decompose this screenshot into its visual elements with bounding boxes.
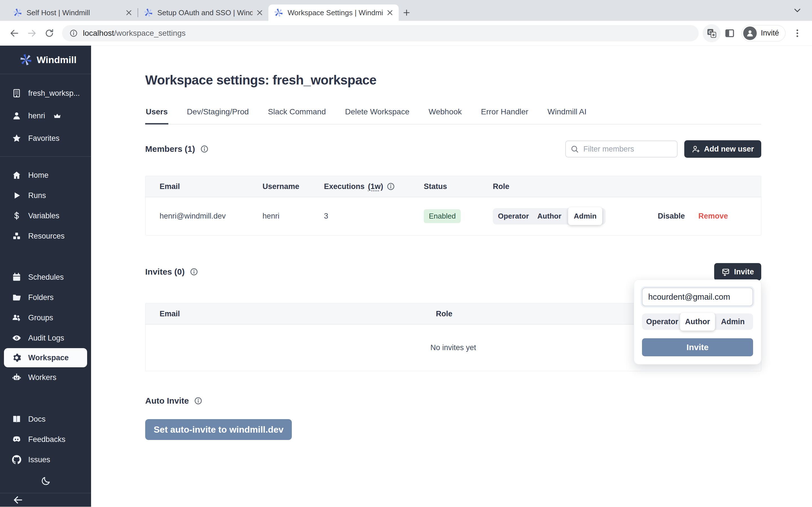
address-bar[interactable]: localhost/workspace_settings [62,25,699,41]
theme-toggle[interactable] [38,474,53,489]
column-header: Email [146,182,262,191]
sidebar-item-workers[interactable]: Workers [0,367,91,388]
sidebar-item-runs[interactable]: Runs [0,185,91,206]
browser-tab[interactable]: Self Host | Windmill [7,4,138,21]
cell-actions: DisableRemove [658,212,761,221]
sidebar: Windmill fresh_worksp...henriFavorites H… [0,46,91,507]
tab-slack-command[interactable]: Slack Command [267,103,326,124]
role-option-author[interactable]: Author [538,212,561,221]
tab-users[interactable]: Users [145,103,168,124]
close-icon[interactable] [386,8,394,17]
column-header: Email [146,309,436,318]
tab-title: Setup OAuth and SSO | Windmi [157,8,253,17]
tab-search-button[interactable] [792,5,802,15]
chevron-down-icon [792,5,802,15]
back-button[interactable] [6,24,23,42]
sidebar-item-docs[interactable]: Docs [0,409,91,429]
sidebar-item-label: fresh_worksp... [28,89,80,98]
browser-menu-button[interactable] [788,24,806,42]
invite-submit-button[interactable]: Invite [642,338,753,356]
members-info-icon[interactable] [200,145,209,153]
building-icon [12,89,21,98]
browser-tab-strip: Self Host | WindmillSetup OAuth and SSO … [0,0,812,21]
close-icon[interactable] [255,8,264,17]
sidebar-item-henri[interactable]: henri [0,105,91,127]
new-tab-button[interactable] [399,4,414,21]
tab-dev-staging-prod[interactable]: Dev/Staging/Prod [186,103,249,124]
invites-heading: Invites (0) [145,267,185,277]
column-header: Status [424,182,493,191]
invite-role-segmented: OperatorAuthorAdmin [642,314,753,330]
executions-info-icon[interactable] [387,182,395,191]
invite-button[interactable]: Invite [714,263,761,281]
sidebar-item-folders[interactable]: Folders [0,287,91,307]
sidebar-item-groups[interactable]: Groups [0,307,91,328]
invites-info-icon[interactable] [190,268,198,276]
folder-icon [12,293,21,302]
cell-email: henri@windmill.dev [146,212,262,221]
invite-email-input[interactable] [642,288,753,306]
browser-tab[interactable]: Workspace Settings | Windmill [268,4,399,21]
remove-button[interactable]: Remove [698,212,728,221]
tab-error-handler[interactable]: Error Handler [480,103,529,124]
windmill-favicon [144,8,153,17]
sidebar-item-favorites[interactable]: Favorites [0,127,91,150]
book-icon [12,414,21,424]
column-header: Username [262,182,324,191]
avatar [743,26,757,40]
add-new-user-button[interactable]: Add new user [684,140,761,158]
members-table: EmailUsernameExecutions (1w)StatusRole h… [145,176,761,235]
role-option-admin[interactable]: Admin [568,207,602,225]
forward-button[interactable] [23,24,41,42]
sidebar-item-resources[interactable]: Resources [0,226,91,246]
popup-role-option-author[interactable]: Author [680,313,715,331]
sidebar-item-audit-logs[interactable]: Audit Logs [0,328,91,348]
add-new-user-label: Add new user [704,145,754,154]
sidebar-item-variables[interactable]: Variables [0,206,91,226]
set-auto-invite-button[interactable]: Set auto-invite to windmill.dev [145,419,292,440]
popup-role-option-admin[interactable]: Admin [716,318,750,326]
robot-icon [12,373,21,382]
translate-icon: G✱ [707,28,717,38]
url-path: /workspace_settings [114,29,186,38]
sidebar-item-label: henri [28,112,45,120]
collapse-sidebar-button[interactable] [12,494,24,506]
tab-title: Workspace Settings | Windmill [288,8,383,17]
tab-delete-workspace[interactable]: Delete Workspace [345,103,410,124]
popup-role-option-operator[interactable]: Operator [645,318,679,326]
close-icon[interactable] [124,8,133,17]
sidebar-item-label: Resources [28,232,64,240]
user-plus-icon [692,145,700,153]
eye-icon [12,333,21,343]
sidebar-item-schedules[interactable]: Schedules [0,267,91,287]
translate-button[interactable]: G✱ [703,24,721,42]
invite-button-label: Invite [734,268,754,276]
tab-title: Self Host | Windmill [27,8,122,17]
browser-tab[interactable]: Setup OAuth and SSO | Windmi [138,4,268,21]
divider [0,156,91,157]
windmill-logo[interactable]: Windmill [0,46,91,74]
back-icon [9,28,19,38]
discord-icon [12,435,21,444]
sidebar-item-issues[interactable]: Issues [0,450,91,470]
filter-members-input[interactable] [565,140,677,158]
tab-windmill-ai[interactable]: Windmill AI [547,103,587,124]
sidebar-item-fresh-worksp[interactable]: fresh_worksp... [0,82,91,105]
crown-icon [52,113,62,119]
browser-profile-button[interactable]: Invité [742,25,785,41]
sidebar-item-feedbacks[interactable]: Feedbacks [0,429,91,450]
calendar-icon [12,272,21,282]
auto-invite-info-icon[interactable] [194,397,202,405]
site-info-icon[interactable] [69,29,78,38]
side-panel-button[interactable] [721,24,739,42]
disable-button[interactable]: Disable [658,212,685,221]
tab-webhook[interactable]: Webhook [428,103,462,124]
sidebar-item-workspace[interactable]: Workspace [4,348,87,367]
sidebar-item-home[interactable]: Home [0,165,91,185]
home-icon [12,170,21,180]
browser-window: Self Host | WindmillSetup OAuth and SSO … [0,0,812,507]
role-option-operator[interactable]: Operator [498,212,529,221]
reload-button[interactable] [41,24,58,42]
settings-tabs: UsersDev/Staging/ProdSlack CommandDelete… [145,103,761,124]
sidebar-item-label: Feedbacks [28,435,65,444]
